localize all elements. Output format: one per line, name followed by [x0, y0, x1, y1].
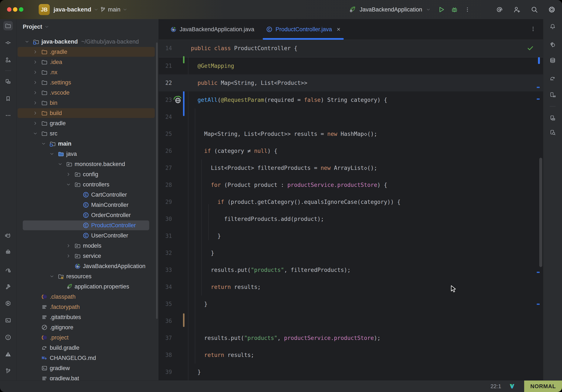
device-search-icon[interactable]: [548, 128, 557, 137]
chevron-right-icon[interactable]: [66, 243, 71, 248]
tree-item-gradle[interactable]: gradle: [16, 118, 159, 128]
ideavim-icon[interactable]: [509, 383, 515, 390]
tree-item--nx[interactable]: .nx: [16, 67, 159, 77]
tool-windows-icon[interactable]: [3, 77, 13, 86]
chevron-down-icon[interactable]: [33, 131, 38, 136]
tree-item-build[interactable]: build: [16, 108, 159, 118]
chevron-right-icon[interactable]: [33, 60, 38, 64]
ai-assistant-icon[interactable]: [548, 40, 557, 49]
chevron-right-icon[interactable]: [66, 172, 71, 177]
tree-item-javabackendapplication[interactable]: JavaBackendApplication: [16, 261, 159, 271]
tree-item-resources[interactable]: resources: [16, 271, 159, 282]
notifications-icon[interactable]: [548, 22, 557, 31]
tree-item-controllers[interactable]: controllers: [16, 179, 159, 190]
profiler-tool-icon[interactable]: [3, 265, 13, 275]
tree-item--classpath[interactable]: .classpath: [16, 292, 159, 302]
close-icon[interactable]: ×: [337, 26, 340, 33]
tree-item--gitattributes[interactable]: .gitattributes: [16, 312, 159, 322]
tree-item--project[interactable]: .project: [16, 333, 159, 343]
tree-item-monostore-backend[interactable]: monostore.backend: [16, 159, 159, 169]
more-tools-icon[interactable]: [3, 111, 13, 120]
tree-item-maincontroller[interactable]: CMainController: [16, 200, 159, 210]
tree-item-models[interactable]: models: [16, 241, 159, 251]
chevron-right-icon[interactable]: [33, 121, 38, 126]
problems-tool-icon[interactable]: [3, 333, 13, 342]
tree-item-label: service: [83, 251, 101, 261]
vim-mode-badge[interactable]: NORMAL: [524, 380, 562, 392]
bookmarks-tool-icon[interactable]: [3, 94, 13, 103]
tab-javabackendapplication[interactable]: JavaBackendApplication.java: [164, 19, 260, 39]
tree-item-ordercontroller[interactable]: COrderController: [16, 210, 159, 220]
tab-productcontroller[interactable]: C ProductController.java ×: [260, 19, 346, 39]
editor-scrollbar[interactable]: [539, 158, 542, 267]
tree-item-java[interactable]: java: [16, 149, 159, 159]
chevron-right-icon[interactable]: [66, 254, 71, 258]
speed-cat-icon[interactable]: [3, 231, 13, 240]
tree-item-bin[interactable]: bin: [16, 98, 159, 108]
commit-tool-icon[interactable]: [3, 38, 13, 48]
code-area[interactable]: 21@GetMapping22public Map<String, List<P…: [159, 57, 543, 380]
zoom-window-button[interactable]: [19, 7, 23, 12]
gradle-tool-icon[interactable]: [548, 74, 557, 83]
project-scrollbar[interactable]: [156, 43, 158, 319]
tree-item-productcontroller[interactable]: CProductController: [16, 220, 159, 230]
chevron-right-icon[interactable]: [33, 80, 38, 85]
chevron-right-icon[interactable]: [33, 101, 38, 105]
chevron-right-icon[interactable]: [33, 90, 38, 95]
more-run-options-icon[interactable]: [464, 6, 471, 13]
branch-widget[interactable]: main: [99, 0, 127, 19]
tree-item--idea[interactable]: .idea: [16, 57, 159, 67]
version-control-tool-icon[interactable]: [3, 366, 13, 376]
running-devices-icon[interactable]: [548, 90, 557, 99]
chevron-down-icon[interactable]: [49, 152, 54, 156]
chevron-down-icon[interactable]: [49, 274, 54, 279]
tree-item-cartcontroller[interactable]: CCartController: [16, 190, 159, 200]
tree-item-gradlew[interactable]: gradlew: [16, 363, 159, 373]
tree-item-application-properties[interactable]: application.properties: [16, 282, 159, 292]
editor-options-kebab-icon[interactable]: [528, 24, 538, 34]
chevron-down-icon[interactable]: [41, 141, 46, 146]
tree-item-changelog-md[interactable]: MCHANGELOG.md: [16, 353, 159, 363]
tree-item-build-gradle[interactable]: build.gradle: [16, 343, 159, 353]
chevron-down-icon[interactable]: [66, 182, 71, 187]
request-mapping-icon[interactable]: [173, 95, 182, 105]
tree-item-config[interactable]: config: [16, 169, 159, 179]
run-configuration-widget[interactable]: JavaBackendApplication: [349, 0, 471, 19]
tree-item--gradle[interactable]: .gradle: [16, 47, 159, 57]
terminal-tool-icon[interactable]: [3, 316, 13, 325]
tree-item-main[interactable]: main: [16, 139, 159, 149]
gear-icon[interactable]: [548, 6, 556, 13]
chevron-right-icon[interactable]: [33, 49, 38, 54]
structure-tool-icon[interactable]: [3, 55, 13, 65]
chevron-down-icon[interactable]: [25, 39, 29, 44]
minimize-window-button[interactable]: [13, 7, 17, 12]
add-user-icon[interactable]: [513, 6, 521, 13]
tree-item-service[interactable]: service: [16, 251, 159, 261]
device-explorer-icon[interactable]: [548, 113, 557, 123]
tree-item--vscode[interactable]: .vscode: [16, 88, 159, 98]
close-window-button[interactable]: [7, 7, 12, 12]
database-tool-icon[interactable]: [548, 56, 557, 65]
warnings-icon[interactable]: [3, 349, 13, 359]
tree-item--settings[interactable]: .settings: [16, 77, 159, 88]
tree-item-usercontroller[interactable]: CUserController: [16, 230, 159, 241]
services-tool-icon[interactable]: [3, 299, 13, 308]
chevron-down-icon[interactable]: [58, 162, 62, 166]
search-icon[interactable]: [530, 6, 538, 13]
github-copilot-icon[interactable]: [3, 247, 13, 257]
inspections-ok-icon[interactable]: [527, 44, 534, 52]
chevron-right-icon[interactable]: [33, 111, 38, 115]
chevron-right-icon[interactable]: [33, 70, 38, 75]
tree-item--factorypath[interactable]: .factorypath: [16, 302, 159, 312]
tree-item-gradlew-bat[interactable]: gradlew.bat: [16, 373, 159, 380]
debug-button[interactable]: [451, 6, 458, 13]
project-tool-icon[interactable]: [3, 21, 13, 30]
project-widget[interactable]: java-backend: [54, 0, 98, 19]
tree-item-java-backend[interactable]: java-backend~/Github/java-backend: [16, 36, 159, 47]
run-button[interactable]: [437, 6, 445, 13]
tree-item--gitignore[interactable]: .gitignore: [16, 322, 159, 333]
build-tool-icon[interactable]: [3, 282, 13, 291]
caret-position[interactable]: 22:1: [490, 383, 501, 390]
ai-at-icon[interactable]: [496, 6, 503, 13]
tree-item-src[interactable]: src: [16, 128, 159, 139]
